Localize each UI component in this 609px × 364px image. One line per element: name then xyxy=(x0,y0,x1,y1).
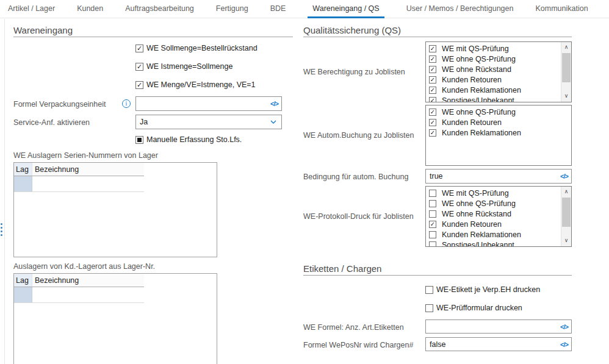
checked-checkbox-icon[interactable]: ✓ xyxy=(429,97,436,102)
checkbox-we-sollmenge[interactable]: ✓ WE Sollmenge=Bestellrückstand xyxy=(135,44,258,52)
column-header-bezeichnung[interactable]: Bezeichnung xyxy=(32,274,144,287)
table-row[interactable] xyxy=(14,176,144,192)
checkbox-label: WE Istmenge=Sollmenge xyxy=(146,62,232,71)
formel-verpackungseinheit-input[interactable] xyxy=(136,97,270,110)
select-value: Ja xyxy=(140,118,148,126)
joblist-item[interactable]: ✓Kunden Retouren xyxy=(429,219,561,229)
serien-table-caption: WE Auslagern Serien-Nummern von Lager xyxy=(13,151,158,160)
tab-fertigung[interactable]: Fertigung xyxy=(216,0,248,18)
chevron-down-icon[interactable] xyxy=(270,119,276,125)
tab-kunden[interactable]: Kunden xyxy=(77,0,103,18)
joblist-item[interactable]: ✓Kunden Reklamationen xyxy=(429,127,571,138)
scroll-down-icon[interactable]: ∨ xyxy=(561,91,571,101)
checkbox-label: WE-Prüfformular drucken xyxy=(436,304,522,312)
berechtigung-joblisten-listbox[interactable]: ✓WE mit QS-Prüfung✓WE ohne QS-Prüfung✓WE… xyxy=(425,41,572,102)
column-header-lag[interactable]: Lag xyxy=(14,163,32,176)
unchecked-checkbox-icon[interactable] xyxy=(429,190,436,197)
checkbox-we-istmenge[interactable]: ✓ WE Istmenge=Sollmenge xyxy=(135,62,232,71)
checkbox-manuelle-erfassung[interactable]: Manuelle Erfassung Sto.Lfs. xyxy=(135,135,242,144)
indeterminate-checkbox-icon[interactable] xyxy=(135,136,143,144)
column-header-lag[interactable]: Lag xyxy=(14,274,32,287)
table-row[interactable] xyxy=(14,287,144,303)
unchecked-checkbox-icon[interactable] xyxy=(429,231,436,238)
code-editor-icon[interactable]: </> xyxy=(560,173,571,180)
we-formel-input[interactable] xyxy=(426,320,560,333)
checked-checkbox-icon[interactable]: ✓ xyxy=(429,76,436,84)
formel-verpackungseinheit-label: Formel Verpackungseinheit xyxy=(13,100,106,109)
scrollbar-thumb[interactable] xyxy=(562,198,571,227)
scrollbar-thumb[interactable] xyxy=(562,53,571,82)
joblist-item[interactable]: Sonstiges/Unbekannt xyxy=(429,240,561,246)
splitter-handle[interactable] xyxy=(1,223,2,236)
section-divider xyxy=(303,37,572,37)
table-header-row: Lag Bezeichnung xyxy=(14,274,144,287)
joblist-item[interactable]: ✓Kunden Reklamationen xyxy=(429,85,561,95)
scrollbar[interactable]: ∧ ∨ xyxy=(561,42,571,102)
protokoll-druck-label: WE-Protokoll-Druck für Joblisten xyxy=(303,212,414,221)
joblist-item[interactable]: Kunden Reklamationen xyxy=(429,229,561,240)
joblist-item-label: Kunden Reklamationen xyxy=(442,86,521,95)
checked-checkbox-icon[interactable]: ✓ xyxy=(429,119,436,126)
unchecked-checkbox-icon[interactable] xyxy=(429,241,436,247)
scroll-up-icon[interactable]: ∧ xyxy=(561,43,571,52)
joblist-item-label: WE mit QS-Prüfung xyxy=(442,189,509,198)
checked-checkbox-icon[interactable]: ✓ xyxy=(135,45,143,52)
checked-checkbox-icon[interactable]: ✓ xyxy=(135,81,143,89)
checkbox-we-etikett[interactable]: WE-Etikett je Verp.EH drucken xyxy=(425,285,540,294)
joblist-item[interactable]: WE mit QS-Prüfung xyxy=(429,188,561,198)
checked-checkbox-icon[interactable]: ✓ xyxy=(429,129,436,137)
joblist-item[interactable]: WE ohne Rückstand xyxy=(429,209,561,219)
formel-weposnr-input[interactable] xyxy=(426,338,560,351)
checked-checkbox-icon[interactable]: ✓ xyxy=(135,63,143,71)
checked-checkbox-icon[interactable]: ✓ xyxy=(429,66,436,73)
scrollbar[interactable]: ∧ ∨ xyxy=(561,187,571,246)
kd-lagerort-table[interactable]: Lag Bezeichnung xyxy=(13,273,217,364)
code-editor-icon[interactable]: </> xyxy=(270,100,281,107)
tab-bde[interactable]: BDE xyxy=(270,0,286,18)
joblist-item[interactable]: ✓WE mit QS-Prüfung xyxy=(429,43,561,54)
joblist-item-label: WE ohne QS-Prüfung xyxy=(442,199,516,208)
table-header-row: Lag Bezeichnung xyxy=(14,163,144,176)
scroll-up-icon[interactable]: ∧ xyxy=(561,187,571,197)
panel-left-border xyxy=(4,19,5,364)
column-header-bezeichnung[interactable]: Bezeichnung xyxy=(32,163,144,176)
tab-user-memos-berechtigungen[interactable]: User / Memos / Berechtigungen xyxy=(406,0,514,18)
joblist-item[interactable]: ✓Kunden Retouren xyxy=(429,74,561,85)
checked-checkbox-icon[interactable]: ✓ xyxy=(429,45,436,52)
tab-auftragsbearbeitung[interactable]: Auftragsbearbeitung xyxy=(125,0,194,18)
joblist-item-label: Kunden Retouren xyxy=(442,76,502,84)
unchecked-checkbox-icon[interactable] xyxy=(425,304,433,312)
checked-checkbox-icon[interactable]: ✓ xyxy=(429,87,436,94)
joblist-item[interactable]: WE ohne QS-Prüfung xyxy=(429,198,561,209)
checkbox-we-pruefformular[interactable]: WE-Prüfformular drucken xyxy=(425,304,522,312)
joblist-item[interactable]: ✓WE ohne QS-Prüfung xyxy=(429,54,561,64)
info-icon[interactable] xyxy=(122,99,131,108)
joblist-item[interactable]: ✓Sonstiges/Unbekannt xyxy=(429,95,561,102)
serien-lager-table[interactable]: Lag Bezeichnung xyxy=(13,162,217,257)
joblist-item-label: Kunden Retouren xyxy=(442,220,502,229)
joblist-item[interactable]: ✓Kunden Retouren xyxy=(429,117,571,127)
bedingung-input[interactable] xyxy=(426,170,560,183)
service-anf-select[interactable]: Ja xyxy=(135,115,282,129)
autobuchung-joblisten-listbox[interactable]: ✓WE ohne QS-Prüfung✓Kunden Retouren✓Kund… xyxy=(425,105,572,166)
joblist-item[interactable]: ✓WE ohne QS-Prüfung xyxy=(429,107,571,117)
tab-wareneingang-qs[interactable]: Wareneingang / QS xyxy=(308,0,384,18)
unchecked-checkbox-icon[interactable] xyxy=(429,200,436,207)
scroll-down-icon[interactable]: ∨ xyxy=(561,236,571,246)
autobuchung-joblisten-label: WE Autom.Buchung zu Joblisten xyxy=(303,131,414,140)
checkbox-we-menge-ve[interactable]: ✓ WE Menge/VE=Istmenge, VE=1 xyxy=(135,80,256,89)
code-editor-icon[interactable]: </> xyxy=(560,323,571,330)
checked-checkbox-icon[interactable]: ✓ xyxy=(429,221,436,228)
unchecked-checkbox-icon[interactable] xyxy=(425,286,433,294)
tab-kommunikation[interactable]: Kommunikation xyxy=(535,0,588,18)
formel-weposnr-label: Formel WePosNr wird Chargen# xyxy=(303,341,413,349)
settings-page: Artikel / LagerKundenAuftragsbearbeitung… xyxy=(0,0,609,364)
joblist-item[interactable]: ✓WE ohne Rückstand xyxy=(429,64,561,74)
code-editor-icon[interactable]: </> xyxy=(560,341,571,348)
protokoll-druck-listbox[interactable]: WE mit QS-PrüfungWE ohne QS-PrüfungWE oh… xyxy=(425,186,572,247)
we-formel-label: WE Formel: Anz. Art.Etiketten xyxy=(303,323,404,332)
unchecked-checkbox-icon[interactable] xyxy=(429,210,436,218)
checked-checkbox-icon[interactable]: ✓ xyxy=(429,55,436,63)
tab-artikel-lager[interactable]: Artikel / Lager xyxy=(8,0,55,18)
checked-checkbox-icon[interactable]: ✓ xyxy=(429,109,436,116)
